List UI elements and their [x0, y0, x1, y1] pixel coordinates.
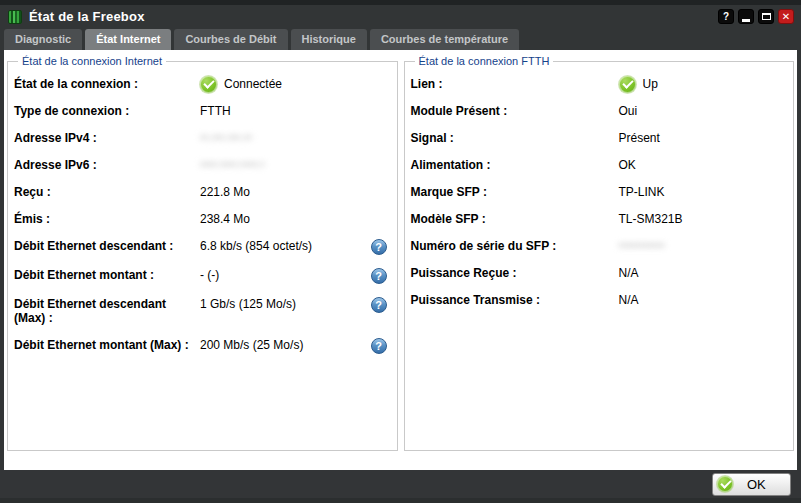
field-value-group: TL-SM321B	[619, 212, 683, 226]
field-label: Débit Ethernet descendant :	[14, 239, 200, 253]
field-row: Type de connexion :FTTH	[14, 104, 391, 118]
field-row: Modèle SFP :TL-SM321B	[411, 212, 788, 226]
field-row: Alimentation :OK	[411, 158, 788, 172]
tab-courbes-de-d-bit[interactable]: Courbes de Débit	[174, 29, 287, 50]
internet-panel-rows: État de la connexion :ConnectéeType de c…	[14, 71, 391, 354]
help-icon[interactable]: ?	[371, 338, 387, 354]
field-value: Connectée	[224, 77, 282, 91]
titlebar[interactable]: État de la Freebox ?✕	[0, 5, 801, 28]
field-row: Reçu :221.8 Mo	[14, 185, 391, 199]
field-value: N/A	[619, 266, 639, 280]
field-row: Puissance Transmise :N/A	[411, 293, 788, 307]
internet-connection-panel: État de la connexion Internet État de la…	[7, 55, 398, 451]
maximize-button[interactable]	[758, 9, 774, 24]
tab-courbes-de-temp-rature[interactable]: Courbes de température	[370, 29, 519, 50]
field-value: 238.4 Mo	[200, 212, 250, 226]
field-value: TL-SM321B	[619, 212, 683, 226]
field-value: 221.8 Mo	[200, 185, 250, 199]
ftth-panel-legend: État de la connexion FTTH	[415, 55, 554, 67]
field-value: ••.•••.•••.••	[200, 131, 252, 145]
help-icon[interactable]: ?	[371, 297, 387, 313]
field-value: TP-LINK	[619, 185, 665, 199]
status-ok-icon	[200, 76, 217, 93]
field-row: Module Présent :Oui	[411, 104, 788, 118]
field-label: Puissance Transmise :	[411, 293, 619, 307]
field-value-group: ••••:••••:••••:•	[200, 158, 265, 172]
field-row: État de la connexion :Connectée	[14, 77, 391, 91]
field-label: Marque SFP :	[411, 185, 619, 199]
field-value-group: Présent	[619, 131, 660, 145]
tab-tat-internet[interactable]: État Internet	[85, 29, 171, 50]
field-value-group: ••.•••.•••.••	[200, 131, 252, 145]
field-row: Débit Ethernet montant :- (-)?	[14, 268, 391, 284]
field-label: Émis :	[14, 212, 200, 226]
field-value: Up	[643, 77, 658, 91]
freebox-app-icon	[8, 10, 22, 24]
window-controls: ?✕	[718, 9, 794, 24]
help-icon[interactable]: ?	[371, 239, 387, 255]
field-row: Débit Ethernet descendant :6.8 kb/s (854…	[14, 239, 391, 255]
field-label: Reçu :	[14, 185, 200, 199]
field-value-group: •••••••••••	[619, 239, 665, 253]
field-value-group: Oui	[619, 104, 638, 118]
bottom-strip	[0, 498, 801, 503]
field-value: - (-)	[200, 268, 219, 282]
ok-button[interactable]: OK	[712, 473, 791, 496]
field-label: Modèle SFP :	[411, 212, 619, 226]
field-row: Lien :Up	[411, 77, 788, 91]
field-row: Signal :Présent	[411, 131, 788, 145]
tab-diagnostic[interactable]: Diagnostic	[4, 29, 82, 50]
field-value-group: 6.8 kb/s (854 octet/s)	[200, 239, 312, 253]
footer-bar: OK	[0, 470, 801, 498]
help-button[interactable]: ?	[718, 9, 734, 24]
ftth-panel-rows: Lien :UpModule Présent :OuiSignal :Prése…	[411, 71, 788, 307]
tab-historique[interactable]: Historique	[291, 29, 367, 50]
field-value-group: FTTH	[200, 104, 231, 118]
help-icon[interactable]: ?	[371, 268, 387, 284]
field-value-group: OK	[619, 158, 636, 172]
ok-check-icon	[717, 476, 733, 492]
field-row: Adresse IPv4 :••.•••.•••.••	[14, 131, 391, 145]
field-label: Débit Ethernet montant (Max) :	[14, 338, 200, 352]
field-row: Numéro de série du SFP :•••••••••••	[411, 239, 788, 253]
field-value: Oui	[619, 104, 638, 118]
field-label: État de la connexion :	[14, 77, 200, 91]
field-row: Émis :238.4 Mo	[14, 212, 391, 226]
field-label: Puissance Reçue :	[411, 266, 619, 280]
field-value: N/A	[619, 293, 639, 307]
minimize-icon	[742, 19, 750, 22]
field-label: Adresse IPv4 :	[14, 131, 200, 145]
field-value-group: N/A	[619, 266, 639, 280]
field-label: Numéro de série du SFP :	[411, 239, 619, 253]
ftth-connection-panel: État de la connexion FTTH Lien :UpModule…	[404, 55, 795, 451]
field-label: Lien :	[411, 77, 619, 91]
dialog-content: État de la connexion Internet État de la…	[4, 50, 797, 470]
field-label: Débit Ethernet montant :	[14, 268, 200, 282]
field-row: Puissance Reçue :N/A	[411, 266, 788, 280]
field-label: Signal :	[411, 131, 619, 145]
minimize-button[interactable]	[738, 9, 754, 24]
field-value-group: - (-)	[200, 268, 219, 282]
field-value: •••••••••••	[619, 239, 665, 253]
internet-panel-legend: État de la connexion Internet	[18, 55, 166, 67]
field-value-group: Connectée	[200, 77, 282, 91]
field-label: Module Présent :	[411, 104, 619, 118]
field-row: Débit Ethernet descendant (Max) :1 Gb/s …	[14, 297, 391, 325]
window-title: État de la Freebox	[29, 9, 145, 24]
field-value: ••••:••••:••••:•	[200, 158, 265, 172]
field-value: 1 Gb/s (125 Mo/s)	[200, 297, 296, 311]
freebox-status-window: État de la Freebox ?✕ DiagnosticÉtat Int…	[0, 0, 801, 503]
field-value-group: Up	[619, 77, 658, 91]
field-label: Débit Ethernet descendant (Max) :	[14, 297, 200, 325]
field-value-group: N/A	[619, 293, 639, 307]
field-row: Marque SFP :TP-LINK	[411, 185, 788, 199]
ok-button-label: OK	[747, 477, 766, 492]
field-value-group: 221.8 Mo	[200, 185, 250, 199]
field-value: 6.8 kb/s (854 octet/s)	[200, 239, 312, 253]
field-label: Adresse IPv6 :	[14, 158, 200, 172]
status-ok-icon	[619, 76, 636, 93]
tab-bar: DiagnosticÉtat InternetCourbes de DébitH…	[0, 28, 801, 50]
close-button[interactable]: ✕	[778, 9, 794, 24]
field-value-group: 238.4 Mo	[200, 212, 250, 226]
maximize-icon	[762, 13, 771, 20]
